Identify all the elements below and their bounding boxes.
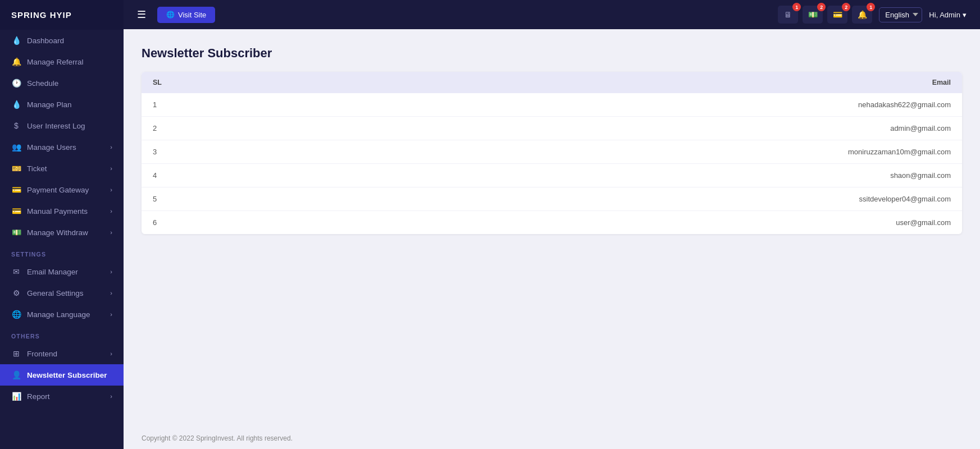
bell-icon-btn[interactable]: 🔔 1	[852, 6, 872, 24]
chevron-right-icon2: ›	[110, 165, 112, 172]
topbar: ☰ 🌐 Visit Site 🖥 1 💵 2 💳 2 🔔 1	[124, 0, 980, 29]
sidebar-item-manage-language[interactable]: 🌐 Manage Language ›	[0, 304, 124, 325]
globe-icon: 🌐	[166, 11, 175, 19]
schedule-icon: 🕐	[11, 79, 21, 88]
users-icon: 👥	[11, 143, 21, 152]
sidebar-item-email-manager[interactable]: ✉ Email Manager ›	[0, 261, 124, 282]
ticket-icon: 🎫	[11, 164, 21, 173]
sidebar-label-ticket: Ticket	[27, 164, 47, 173]
sidebar-item-manual-payments[interactable]: 💳 Manual Payments ›	[0, 200, 124, 222]
dashboard-icon: 💧	[11, 36, 21, 45]
dollar-badge: 2	[817, 3, 826, 11]
dollar-icon: 💵	[808, 10, 818, 19]
sidebar: SPRING HYIP 💧 Dashboard 🔔 Manage Referra…	[0, 0, 124, 449]
table-body: 1 nehadakash622@gmail.com 2 admin@gmail.…	[142, 93, 962, 234]
chevron-right-icon3: ›	[110, 186, 112, 193]
referral-icon: 🔔	[11, 57, 21, 66]
admin-label: Hi, Admin	[929, 11, 960, 19]
language-select[interactable]: English	[879, 7, 922, 22]
report-icon: 📊	[11, 392, 21, 401]
row-sl: 2	[153, 124, 220, 132]
row-email: shaon@gmail.com	[220, 171, 951, 180]
chevron-right-icon9: ›	[110, 350, 112, 357]
sidebar-item-frontend[interactable]: ⊞ Frontend ›	[0, 343, 124, 364]
chevron-right-icon: ›	[110, 144, 112, 150]
row-email: nehadakash622@gmail.com	[220, 100, 951, 109]
table-header: SL Email	[142, 72, 962, 93]
frontend-icon: ⊞	[11, 349, 21, 358]
sidebar-item-manage-plan[interactable]: 💧 Manage Plan	[0, 94, 124, 115]
sidebar-label-frontend: Frontend	[27, 350, 57, 358]
row-sl: 3	[153, 148, 220, 156]
sidebar-label-manage-plan: Manage Plan	[27, 100, 72, 109]
card-icon: 💳	[833, 10, 842, 19]
sidebar-label-schedule: Schedule	[27, 79, 58, 88]
withdraw-icon: 💵	[11, 228, 21, 237]
main-area: ☰ 🌐 Visit Site 🖥 1 💵 2 💳 2 🔔 1	[124, 0, 980, 449]
sidebar-item-newsletter-subscriber[interactable]: 👤 Newsletter Subscriber	[0, 364, 124, 386]
sidebar-item-manage-users[interactable]: 👥 Manage Users ›	[0, 136, 124, 158]
chevron-right-icon6: ›	[110, 268, 112, 275]
row-sl: 1	[153, 100, 220, 109]
table-row: 1 nehadakash622@gmail.com	[142, 93, 962, 117]
sidebar-label-manual-payments: Manual Payments	[27, 207, 88, 216]
chevron-right-icon7: ›	[110, 290, 112, 296]
sidebar-label-general-settings: General Settings	[27, 289, 84, 297]
manual-payment-icon: 💳	[11, 207, 21, 216]
sidebar-item-report[interactable]: 📊 Report ›	[0, 386, 124, 407]
sidebar-item-manage-withdraw[interactable]: 💵 Manage Withdraw ›	[0, 222, 124, 243]
subscribers-table: SL Email 1 nehadakash622@gmail.com 2 adm…	[142, 72, 962, 234]
visit-site-button[interactable]: 🌐 Visit Site	[157, 7, 215, 23]
footer: Copyright © 2022 SpringInvest. All right…	[124, 428, 980, 449]
topbar-icons: 🖥 1 💵 2 💳 2 🔔 1	[778, 6, 872, 24]
sidebar-label-payment-gateway: Payment Gateway	[27, 186, 89, 194]
sidebar-item-general-settings[interactable]: ⚙ General Settings ›	[0, 282, 124, 304]
table-row: 3 moniruzzaman10m@gmail.com	[142, 140, 962, 164]
sidebar-item-user-interest-log[interactable]: $ User Interest Log	[0, 115, 124, 136]
chevron-right-icon5: ›	[110, 229, 112, 236]
row-sl: 4	[153, 171, 220, 180]
email-icon: ✉	[11, 267, 21, 276]
sidebar-label-report: Report	[27, 392, 50, 401]
chevron-right-icon10: ›	[110, 393, 112, 400]
row-email: ssitdeveloper04@gmail.com	[220, 195, 951, 203]
plan-icon: 💧	[11, 100, 21, 109]
language-icon: 🌐	[11, 310, 21, 319]
row-email: admin@gmail.com	[220, 124, 951, 132]
sidebar-label-manage-users: Manage Users	[27, 143, 76, 152]
admin-chevron-icon: ▾	[963, 11, 967, 19]
sidebar-item-schedule[interactable]: 🕐 Schedule	[0, 72, 124, 94]
page-title: Newsletter Subscriber	[142, 46, 962, 61]
sidebar-item-manage-referral[interactable]: 🔔 Manage Referral	[0, 51, 124, 72]
table-row: 2 admin@gmail.com	[142, 117, 962, 140]
card-icon-btn[interactable]: 💳 2	[827, 6, 847, 24]
monitor-badge: 1	[792, 3, 801, 11]
sidebar-label-email-manager: Email Manager	[27, 268, 78, 276]
row-email: user@gmail.com	[220, 218, 951, 227]
sidebar-label-user-interest-log: User Interest Log	[27, 122, 85, 130]
sidebar-item-ticket[interactable]: 🎫 Ticket ›	[0, 158, 124, 179]
table-row: 4 shaon@gmail.com	[142, 164, 962, 187]
admin-menu-button[interactable]: Hi, Admin ▾	[929, 11, 967, 19]
monitor-icon: 🖥	[784, 10, 792, 19]
brand: SPRING HYIP	[0, 0, 124, 30]
interest-icon: $	[11, 121, 21, 130]
footer-text: Copyright © 2022 SpringInvest. All right…	[142, 434, 293, 442]
chevron-right-icon4: ›	[110, 208, 112, 214]
sidebar-label-dashboard: Dashboard	[27, 36, 64, 45]
row-sl: 6	[153, 218, 220, 227]
sidebar-item-payment-gateway[interactable]: 💳 Payment Gateway ›	[0, 179, 124, 200]
sidebar-item-dashboard[interactable]: 💧 Dashboard	[0, 30, 124, 51]
monitor-icon-btn[interactable]: 🖥 1	[778, 6, 798, 24]
chevron-right-icon8: ›	[110, 311, 112, 318]
hamburger-button[interactable]: ☰	[137, 8, 146, 21]
col-header-email: Email	[220, 79, 951, 86]
table-row: 6 user@gmail.com	[142, 211, 962, 234]
dollar-icon-btn[interactable]: 💵 2	[803, 6, 823, 24]
others-section-label: OTHERS	[0, 325, 124, 343]
sidebar-label-newsletter-subscriber: Newsletter Subscriber	[27, 371, 107, 379]
table-row: 5 ssitdeveloper04@gmail.com	[142, 187, 962, 211]
content-area: Newsletter Subscriber SL Email 1 nehadak…	[124, 29, 980, 428]
row-email: moniruzzaman10m@gmail.com	[220, 148, 951, 156]
settings-section-label: SETTINGS	[0, 243, 124, 261]
